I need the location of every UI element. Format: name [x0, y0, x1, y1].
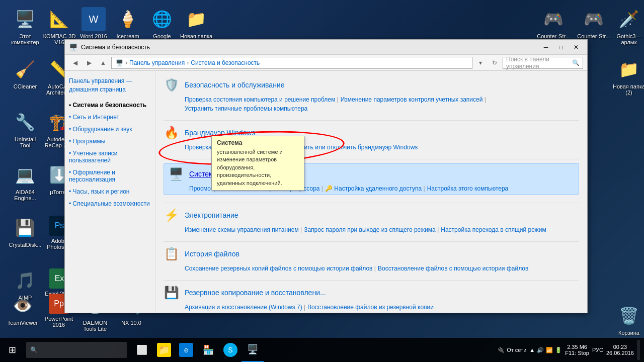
- sidebar-item-accounts[interactable]: Учетные записи пользователей: [69, 148, 151, 165]
- breadcrumb-home[interactable]: 🖥️: [116, 59, 123, 66]
- power-link-1[interactable]: Изменение схемы управления питанием: [185, 226, 302, 233]
- gothic-label: Gothic3—арлык: [617, 33, 641, 45]
- sidebar-home[interactable]: Панель управления — домашняя страница: [69, 77, 151, 94]
- cs2-label: Counter-Str...: [577, 33, 610, 39]
- ccleaner-icon: 🧹: [13, 57, 37, 81]
- show-desktop-button[interactable]: [637, 340, 640, 360]
- taskbar-icon-file-explorer[interactable]: 📁: [153, 338, 175, 362]
- separator-1: [164, 120, 579, 121]
- gothic-icon: 🗡️: [617, 7, 641, 31]
- taskbar-icon-skype[interactable]: S: [219, 338, 242, 362]
- newfolder2-label: Новая папка(2): [613, 83, 644, 96]
- history-link-2[interactable]: Восстановление файлов с помощью истории …: [378, 265, 528, 272]
- speaker-icon: 🔊: [537, 347, 544, 353]
- edge-icon: e: [179, 343, 193, 357]
- search-box[interactable]: Поиск в панели управления 🔍: [503, 57, 583, 69]
- desktop-icon-cs2[interactable]: 🎮 Counter-Str...: [574, 5, 614, 41]
- desktop-icon-newfolder2[interactable]: 📁 Новая папка(2): [609, 55, 644, 98]
- desktop-icon-newfolder[interactable]: 📁 Новая папка: [176, 5, 216, 41]
- icecream-icon: 🍦: [116, 7, 140, 31]
- backup-link-2[interactable]: Восстановление файлов из резервной копии: [307, 304, 434, 311]
- system-icon: 🖥️: [168, 166, 184, 182]
- system-link-3[interactable]: Настройка этого компьютера: [427, 185, 509, 192]
- system-tray-icons: ▲ 🔊 📶 🔋: [529, 347, 562, 353]
- size-indicator: 2.35 M6 F11: Stop: [565, 344, 589, 356]
- powerpoint-label: PowerPoint2016: [45, 316, 73, 328]
- breadcrumb-current[interactable]: Система и безопасность: [191, 59, 260, 66]
- section-security-header: 🛡️ Безопасность и обслуживание: [164, 77, 579, 93]
- history-link-1[interactable]: Сохранение резервных копий файлов с помо…: [185, 265, 376, 272]
- section-history-header: 📋 История файлов: [164, 246, 579, 262]
- sidebar-item-accessibility[interactable]: Специальные возможности: [69, 199, 151, 209]
- security-link-3[interactable]: Устранить типичные проблемы компьютера: [185, 105, 307, 112]
- close-button[interactable]: ✕: [569, 42, 583, 52]
- taskbar-icon-task-view[interactable]: ⬜: [131, 338, 153, 362]
- dropdown-button[interactable]: ▾: [474, 57, 487, 69]
- store-icon: 🏪: [201, 343, 215, 357]
- desktop-icon-cs1[interactable]: 🎮 Counter-Str...: [533, 5, 574, 41]
- date-display: 26.06.2016: [606, 350, 634, 356]
- cs1-icon: 🎮: [541, 7, 566, 31]
- nx-label: NX 10.0: [121, 320, 141, 326]
- window-titlebar: 🖥️ Система и безопасность ─ □ ✕: [65, 40, 587, 55]
- section-power-title[interactable]: Электропитание: [185, 211, 238, 219]
- backup-icon: 💾: [164, 285, 180, 301]
- newfolder-icon: 📁: [184, 7, 208, 31]
- section-backup-links: Архивация и восстановление (Windows 7) В…: [164, 304, 579, 311]
- aimp-icon: 🎵: [13, 268, 37, 293]
- section-history-title[interactable]: История файлов: [185, 250, 239, 258]
- minimize-button[interactable]: ─: [539, 42, 553, 52]
- security-link-2[interactable]: Изменение параметров контроля учетных за…: [341, 96, 486, 103]
- history-icon: 📋: [164, 246, 180, 262]
- power-link-2[interactable]: Запрос пароля при выходе из спящего режи…: [304, 226, 439, 233]
- icecream-label: Icecream: [116, 33, 139, 39]
- sidebar-item-appearance[interactable]: Оформление и персонализация: [69, 167, 151, 185]
- maximize-button[interactable]: □: [554, 42, 568, 52]
- sidebar-item-hardware[interactable]: Оборудование и звук: [69, 124, 151, 134]
- taskbar-search[interactable]: 🔍: [26, 342, 127, 358]
- cs2-icon: 🎮: [582, 7, 606, 31]
- desktop-icon-teamviewer[interactable]: 👁️ TeamViewer: [5, 292, 40, 334]
- desktop-icon-trash[interactable]: 🗑️ Корзина: [609, 302, 644, 338]
- sidebar-item-system-security[interactable]: Система и безопасность: [69, 100, 151, 110]
- sidebar-item-clock[interactable]: Часы, язык и регион: [69, 187, 151, 197]
- sidebar-item-programs[interactable]: Программы: [69, 136, 151, 146]
- computer-icon: 🖥️: [13, 7, 37, 31]
- system-link-2[interactable]: 🔑 Настройка удаленного доступа: [325, 185, 425, 192]
- search-icon: 🔍: [30, 346, 38, 353]
- firewall-icon: 🔥: [164, 125, 180, 141]
- section-backup-header: 💾 Резервное копирование и восстановлени.…: [164, 285, 579, 301]
- power-link-3[interactable]: Настройка перехода в спящий режим: [441, 226, 546, 233]
- up-button[interactable]: ▲: [97, 57, 109, 69]
- section-power: ⚡ Электропитание Изменение схемы управле…: [164, 207, 579, 233]
- computer-label: Этот компьютер: [7, 33, 43, 45]
- section-security-title[interactable]: Безопасность и обслуживание: [185, 81, 284, 89]
- section-power-links: Изменение схемы управления питанием Запр…: [164, 226, 579, 233]
- tooltip-text: установленной системе и изменение параме…: [217, 148, 299, 187]
- teamviewer-icon: 👁️: [11, 294, 35, 318]
- backup-link-1[interactable]: Архивация и восстановление (Windows 7): [185, 304, 305, 311]
- taskbar-pinned-icons: ⬜ 📁 e 🏪 S 🖥️: [131, 338, 264, 362]
- taskbar-icon-controlpanel-running[interactable]: 🖥️: [242, 338, 264, 362]
- start-button[interactable]: ⊞: [0, 338, 24, 362]
- section-backup-title[interactable]: Резервное копирование и восстановлени...: [185, 289, 326, 297]
- kompas-icon: 📐: [47, 7, 71, 31]
- sidebar-item-network[interactable]: Сеть и Интернет: [69, 112, 151, 122]
- chevron-icon[interactable]: ▲: [529, 347, 535, 353]
- refresh-button[interactable]: ↻: [489, 57, 501, 69]
- forward-button[interactable]: ▶: [83, 57, 95, 69]
- breadcrumb-cp[interactable]: Панель управления: [129, 59, 185, 66]
- tooltip-box: Система установленной системе и изменени…: [211, 136, 304, 191]
- file-explorer-icon: 📁: [157, 343, 171, 357]
- back-button[interactable]: ◀: [69, 57, 81, 69]
- taskbar-icon-store[interactable]: 🏪: [197, 338, 219, 362]
- crystaldisk-icon: 💾: [13, 216, 37, 240]
- security-link-1[interactable]: Проверка состояния компьютера и решение …: [185, 96, 339, 103]
- taskbar-icon-edge[interactable]: e: [175, 338, 197, 362]
- window-controls: ─ □ ✕: [539, 42, 583, 52]
- daemon-label: DAEMONTools Lite: [83, 320, 107, 332]
- aida64-label: AIDA64Engine...: [14, 189, 36, 201]
- desktop-icon-gothic[interactable]: 🗡️ Gothic3—арлык: [609, 5, 644, 47]
- firewall-link-2[interactable]: Включить или отключить брандмауэр Window…: [286, 144, 418, 151]
- word-icon: W: [82, 7, 106, 31]
